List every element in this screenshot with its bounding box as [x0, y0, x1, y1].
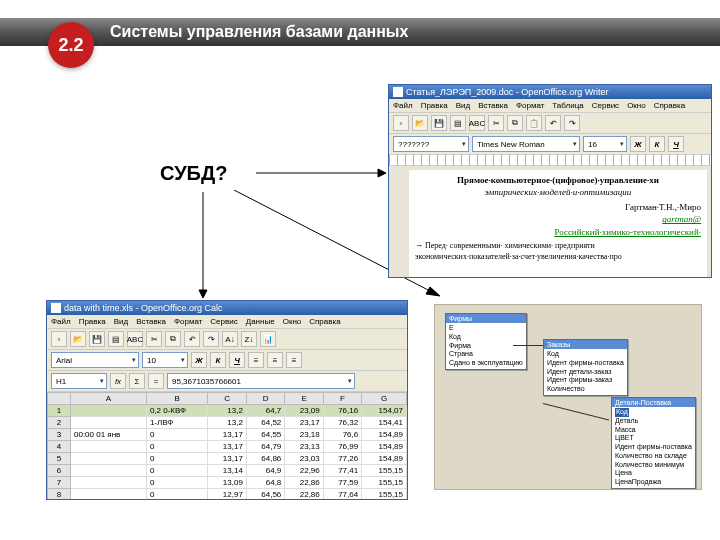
- open-icon[interactable]: 📂: [412, 115, 428, 131]
- equals-icon[interactable]: =: [148, 373, 164, 389]
- cell[interactable]: 23,13: [285, 441, 323, 453]
- cell[interactable]: 154,89: [362, 429, 407, 441]
- cell[interactable]: 0,2 0-КВФ: [146, 405, 208, 417]
- copy-icon[interactable]: ⧉: [165, 331, 181, 347]
- table-row[interactable]: 10,2 0-КВФ13,264,723,0976,16154,07: [48, 405, 407, 417]
- menu-item[interactable]: Окно: [283, 317, 302, 326]
- sort-desc-icon[interactable]: Z↓: [241, 331, 257, 347]
- cell[interactable]: 0: [146, 465, 208, 477]
- table-row[interactable]: 4013,1764,7923,1376,99154,89: [48, 441, 407, 453]
- formula-input[interactable]: 95,3671035766601: [167, 373, 355, 389]
- spellcheck-icon[interactable]: ABC: [469, 115, 485, 131]
- column-header[interactable]: C: [208, 393, 246, 405]
- row-header[interactable]: 4: [48, 441, 71, 453]
- copy-icon[interactable]: ⧉: [507, 115, 523, 131]
- bold-button[interactable]: Ж: [191, 352, 207, 368]
- cell[interactable]: 13,17: [208, 429, 246, 441]
- paste-icon[interactable]: 📋: [526, 115, 542, 131]
- cell[interactable]: 13,14: [208, 465, 246, 477]
- table-box-parts[interactable]: Детали-Поставка КодДетальМассаЦВЕТИдент …: [611, 397, 696, 489]
- undo-icon[interactable]: ↶: [184, 331, 200, 347]
- cell[interactable]: 13,17: [208, 453, 246, 465]
- cell[interactable]: 22,86: [285, 489, 323, 501]
- chart-icon[interactable]: 📊: [260, 331, 276, 347]
- undo-icon[interactable]: ↶: [545, 115, 561, 131]
- fx-icon[interactable]: fx: [110, 373, 126, 389]
- menu-item[interactable]: Сервис: [210, 317, 237, 326]
- table-box-orders[interactable]: Заказы КодИдент фирмы-поставкаИдент дета…: [543, 339, 628, 396]
- cell[interactable]: 76,16: [323, 405, 361, 417]
- menu-item[interactable]: Формат: [174, 317, 202, 326]
- menu-item[interactable]: Файл: [51, 317, 71, 326]
- menu-item[interactable]: Правка: [421, 101, 448, 110]
- cell[interactable]: 0: [146, 489, 208, 501]
- row-header[interactable]: 3: [48, 429, 71, 441]
- cell[interactable]: 22,96: [285, 465, 323, 477]
- cell[interactable]: 23,09: [285, 405, 323, 417]
- cell[interactable]: 77,41: [323, 465, 361, 477]
- column-header[interactable]: E: [285, 393, 323, 405]
- row-header[interactable]: 2: [48, 417, 71, 429]
- cell[interactable]: [71, 477, 147, 489]
- writer-menubar[interactable]: Файл Правка Вид Вставка Формат Таблица С…: [389, 99, 711, 113]
- cell[interactable]: 64,7: [246, 405, 284, 417]
- row-header[interactable]: 1: [48, 405, 71, 417]
- underline-button[interactable]: Ч: [229, 352, 245, 368]
- cell[interactable]: 155,15: [362, 477, 407, 489]
- cell[interactable]: 13,2: [208, 417, 246, 429]
- column-header[interactable]: D: [246, 393, 284, 405]
- cell[interactable]: 0: [146, 477, 208, 489]
- cell[interactable]: 64,56: [246, 489, 284, 501]
- cell[interactable]: 13,2: [208, 405, 246, 417]
- cell[interactable]: 1-ЛВФ: [146, 417, 208, 429]
- cell[interactable]: 0: [146, 441, 208, 453]
- cell[interactable]: 64,9: [246, 465, 284, 477]
- align-left-icon[interactable]: ≡: [248, 352, 264, 368]
- table-row[interactable]: 5013,1764,8623,0377,26154,89: [48, 453, 407, 465]
- cell[interactable]: [71, 441, 147, 453]
- italic-button[interactable]: К: [210, 352, 226, 368]
- new-icon[interactable]: ▫: [51, 331, 67, 347]
- row-header[interactable]: 5: [48, 453, 71, 465]
- sum-icon[interactable]: Σ: [129, 373, 145, 389]
- cell[interactable]: 64,86: [246, 453, 284, 465]
- fontsize-dropdown[interactable]: 16: [583, 136, 627, 152]
- font-dropdown[interactable]: Times New Roman: [472, 136, 580, 152]
- menu-item[interactable]: Данные: [246, 317, 275, 326]
- cell[interactable]: 77,64: [323, 489, 361, 501]
- align-center-icon[interactable]: ≡: [267, 352, 283, 368]
- cell[interactable]: 154,89: [362, 453, 407, 465]
- cell[interactable]: 154,89: [362, 441, 407, 453]
- table-row[interactable]: 21-ЛВФ13,264,5223,1776,32154,41: [48, 417, 407, 429]
- cell[interactable]: 22,86: [285, 477, 323, 489]
- menu-item[interactable]: Правка: [79, 317, 106, 326]
- table-row[interactable]: 6013,1464,922,9677,41155,15: [48, 465, 407, 477]
- column-header[interactable]: B: [146, 393, 208, 405]
- cell[interactable]: 154,07: [362, 405, 407, 417]
- align-right-icon[interactable]: ≡: [286, 352, 302, 368]
- cell[interactable]: [71, 417, 147, 429]
- row-header[interactable]: 7: [48, 477, 71, 489]
- cell[interactable]: 76,6: [323, 429, 361, 441]
- redo-icon[interactable]: ↷: [203, 331, 219, 347]
- cell[interactable]: 12,97: [208, 489, 246, 501]
- cell[interactable]: 155,15: [362, 465, 407, 477]
- column-header[interactable]: G: [362, 393, 407, 405]
- calc-menubar[interactable]: Файл Правка Вид Вставка Формат Сервис Да…: [47, 315, 407, 329]
- cell[interactable]: 0: [146, 429, 208, 441]
- menu-item[interactable]: Формат: [516, 101, 544, 110]
- cell[interactable]: [71, 489, 147, 501]
- cell[interactable]: 155,15: [362, 489, 407, 501]
- font-dropdown[interactable]: Arial: [51, 352, 139, 368]
- style-dropdown[interactable]: ???????: [393, 136, 469, 152]
- menu-item[interactable]: Сервис: [592, 101, 619, 110]
- cell[interactable]: 64,55: [246, 429, 284, 441]
- cell[interactable]: 64,8: [246, 477, 284, 489]
- menu-item[interactable]: Вид: [114, 317, 128, 326]
- cell[interactable]: 77,59: [323, 477, 361, 489]
- fontsize-dropdown[interactable]: 10: [142, 352, 188, 368]
- save-icon[interactable]: 💾: [431, 115, 447, 131]
- table-box-firms[interactable]: Фирмы EКодФирмаСтранаСдано в эксплуатаци…: [445, 313, 527, 370]
- cell[interactable]: [71, 453, 147, 465]
- menu-item[interactable]: Таблица: [552, 101, 583, 110]
